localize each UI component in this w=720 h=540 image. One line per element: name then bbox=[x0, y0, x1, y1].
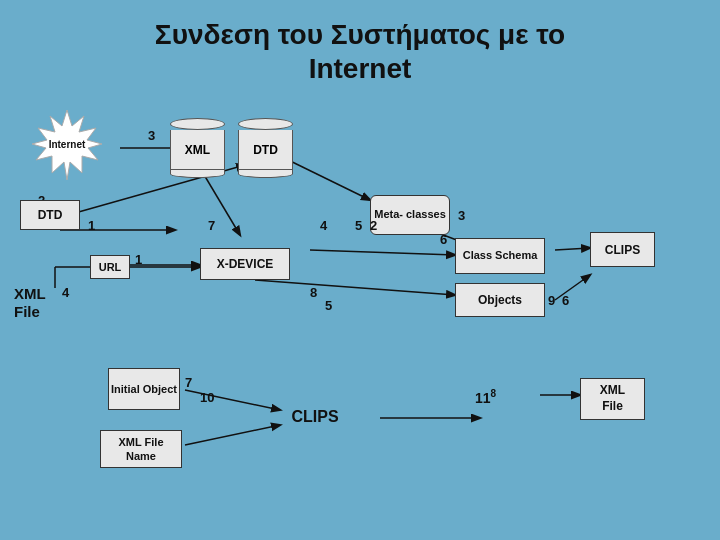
num-11: 118 bbox=[475, 388, 496, 406]
clips-box-right: CLIPS bbox=[590, 232, 655, 267]
class-schema-box: Class Schema bbox=[455, 238, 545, 274]
svg-line-13 bbox=[555, 275, 590, 300]
metaclasses-box: Meta- classes bbox=[370, 195, 450, 235]
num-9: 9 bbox=[548, 293, 555, 308]
num-4: 4 bbox=[320, 218, 327, 233]
objects-box: Objects bbox=[455, 283, 545, 317]
svg-line-4 bbox=[200, 168, 240, 235]
num-7a: 7 bbox=[208, 218, 215, 233]
diagram-area: Internet 3 XML DTD 2 DTD 1 7 4 Meta- cla… bbox=[0, 100, 720, 540]
initial-object-label: Initial Object bbox=[111, 382, 177, 396]
xml-file2-label: XML File bbox=[600, 383, 625, 414]
svg-line-7 bbox=[310, 250, 455, 255]
xml-file-left: XML File bbox=[14, 285, 46, 321]
xml-file2-box: XML File bbox=[580, 378, 645, 420]
xml-label: XML bbox=[185, 143, 210, 157]
xml-file-left-label: XML File bbox=[14, 285, 46, 320]
num-5: 5 bbox=[355, 218, 362, 233]
title: Συνδεση του Συστήματος με το Internet bbox=[0, 0, 720, 95]
xml-cylinder: XML bbox=[170, 118, 225, 178]
x-device-box: X-DEVICE bbox=[200, 248, 290, 280]
dtd-box-label: DTD bbox=[38, 208, 63, 222]
dtd-box: DTD bbox=[20, 200, 80, 230]
title-line2: Internet bbox=[10, 52, 710, 86]
x-device-label: X-DEVICE bbox=[217, 257, 274, 271]
num-1: 1 bbox=[88, 218, 95, 233]
svg-text:Internet: Internet bbox=[49, 139, 86, 150]
num-3b: 3 bbox=[458, 208, 465, 223]
num-8: 8 bbox=[310, 285, 317, 300]
internet-burst-svg: Internet bbox=[22, 108, 112, 183]
num-6b: 6 bbox=[562, 293, 569, 308]
clips-label-text: CLIPS bbox=[291, 408, 338, 426]
xml-file-name-box: XML File Name bbox=[100, 430, 182, 468]
title-line1: Συνδεση του Συστήματος με το bbox=[10, 18, 710, 52]
num-3: 3 bbox=[148, 128, 155, 143]
svg-line-12 bbox=[255, 280, 455, 295]
objects-label: Objects bbox=[478, 293, 522, 307]
url-box: URL bbox=[90, 255, 130, 279]
num-7b: 7 bbox=[185, 375, 192, 390]
dtd-db-label: DTD bbox=[253, 143, 278, 157]
clips-label-box: CLIPS bbox=[275, 400, 355, 434]
svg-line-8 bbox=[555, 248, 590, 250]
class-schema-label: Class Schema bbox=[463, 249, 538, 262]
initial-object-box: Initial Object bbox=[108, 368, 180, 410]
num-5b: 5 bbox=[325, 298, 332, 313]
num-4b: 4 bbox=[62, 285, 69, 300]
num-6: 6 bbox=[440, 232, 447, 247]
xml-file-name-label: XML File Name bbox=[118, 435, 163, 464]
dtd-cylinder: DTD bbox=[238, 118, 293, 178]
num-2b: 2 bbox=[370, 218, 377, 233]
metaclasses-label: Meta- classes bbox=[374, 208, 446, 221]
internet-node: Internet bbox=[22, 108, 112, 183]
clips-box-label: CLIPS bbox=[605, 243, 640, 257]
num-10: 10 bbox=[200, 390, 214, 405]
num-1b: 1 bbox=[135, 252, 142, 267]
svg-line-15 bbox=[185, 425, 280, 445]
url-label: URL bbox=[99, 261, 122, 273]
